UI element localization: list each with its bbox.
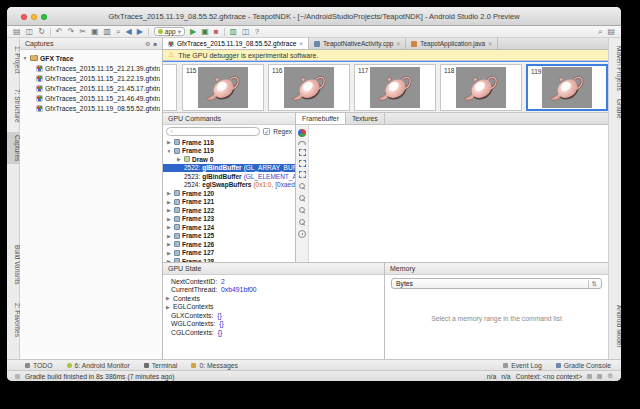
open-icon[interactable]: ▤ — [13, 28, 21, 36]
state-row[interactable]: CGLContexts: {} — [163, 328, 384, 337]
chevron-right-icon[interactable]: ▶ — [166, 199, 172, 205]
command-row-selected[interactable]: 2522: glBindBuffer(GL_ARRAY_BUFFER, 0) — [163, 164, 295, 173]
capture-item[interactable]: GfxTraces_2015.11.15_21.22.19.gfxtrace — [22, 73, 160, 83]
chevron-down-icon[interactable]: ▼ — [22, 55, 28, 61]
capture-item[interactable]: GfxTraces_2015.11.15_21.45.17.gfxtrace — [22, 83, 160, 93]
tab-teapotnativeactivity[interactable]: TeapotNativeActivity.cpp × — [309, 38, 406, 49]
sidebar-item-project[interactable]: 1: Project — [7, 43, 20, 76]
command-row[interactable]: 2523: glBindBuffer(GL_ELEMENT_ARRAY_BUF — [163, 172, 295, 181]
chevron-right-icon[interactable]: ▶ — [166, 190, 172, 196]
help-icon[interactable]: ? — [255, 28, 259, 36]
project-structure-icon[interactable]: ▤ — [607, 28, 615, 36]
state-row[interactable]: WGLContexts: {} — [163, 320, 384, 329]
chevron-right-icon[interactable]: ▶ — [166, 241, 172, 247]
capture-item[interactable]: GfxTraces_2015.11.15_21.46.49.gfxtrace — [22, 93, 160, 103]
close-icon[interactable]: × — [396, 40, 400, 47]
save-icon[interactable]: ◫ — [26, 28, 34, 36]
tab-teapotapplication[interactable]: TeapotApplication.java × — [406, 38, 498, 49]
frame-node[interactable]: ▶Frame 120 — [163, 189, 295, 198]
draw-call-node[interactable]: ▶ Draw 0 — [163, 155, 295, 164]
forward-icon[interactable]: ▶ — [137, 28, 143, 36]
command-row[interactable]: 2524: eglSwapBuffers(0x1:0, [0xaedfecc0:… — [163, 181, 295, 190]
chevron-right-icon[interactable]: ▶ — [166, 216, 172, 222]
command-search-input[interactable]: ⌕ — [166, 127, 260, 136]
highlight-level-icon[interactable] — [597, 374, 602, 379]
sidebar-item-android-model[interactable]: Android Model — [609, 302, 621, 350]
frame-thumbnail[interactable]: 118 — [440, 64, 522, 111]
debug-icon[interactable]: ▣ — [201, 28, 209, 36]
frame-node[interactable]: ▶Frame 127 — [163, 249, 295, 258]
sidebar-item-todo[interactable]: TODO — [25, 362, 53, 369]
redo-icon[interactable]: ↷ — [68, 28, 75, 36]
flip-vertically-icon[interactable] — [298, 141, 306, 145]
cut-icon[interactable]: ✂ — [79, 28, 86, 36]
chevron-down-icon[interactable]: ▼ — [166, 148, 172, 154]
frame-node[interactable]: ▶Frame 126 — [163, 240, 295, 249]
frame-thumbnail[interactable]: 117 — [354, 64, 436, 111]
sidebar-item-structure[interactable]: 7: Structure — [7, 86, 20, 126]
fit-to-window-icon[interactable] — [299, 149, 306, 156]
render-settings-icon[interactable] — [298, 230, 306, 238]
tab-textures[interactable]: Textures — [346, 113, 385, 124]
frame-node-expanded[interactable]: ▼ Frame 119 — [163, 147, 295, 156]
sidebar-item-maven-projects[interactable]: Maven Projects — [609, 43, 621, 94]
sidebar-item-gradle[interactable]: Gradle — [609, 96, 621, 122]
gear-icon[interactable]: ⚙ — [145, 40, 150, 47]
frame-node[interactable]: ▶Frame 124 — [163, 223, 295, 232]
zoom-fit-icon[interactable] — [298, 206, 306, 214]
tab-framebuffer[interactable]: Framebuffer — [296, 113, 346, 124]
chevron-right-icon[interactable]: ▶ — [166, 139, 172, 145]
captures-root-node[interactable]: ▼ GFX Trace — [22, 53, 160, 63]
command-tree[interactable]: ▶ Frame 118 ▼ Frame 119 ▶ Draw 0 2522: g… — [163, 138, 295, 262]
chevron-right-icon[interactable]: ▶ — [166, 224, 172, 230]
frame-thumbnail[interactable]: 115 — [182, 64, 264, 111]
state-row[interactable]: GLXContexts: {} — [163, 311, 384, 320]
capture-item[interactable]: GfxTraces_2015.11.15_21.21.39.gfxtrace — [22, 63, 160, 73]
sidebar-item-captures[interactable]: Captures — [7, 132, 20, 164]
sidebar-item-favorites[interactable]: 2: Favorites — [7, 300, 20, 340]
state-row-expandable[interactable]: ▶ Contexts — [163, 294, 384, 303]
chevron-right-icon[interactable]: ▶ — [165, 295, 171, 301]
chevron-right-icon[interactable]: ▶ — [166, 233, 172, 239]
chevron-right-icon[interactable]: ▶ — [166, 250, 172, 256]
sidebar-item-event-log[interactable]: Event Log — [503, 362, 542, 369]
frame-node[interactable]: ▶ Frame 118 — [163, 138, 295, 147]
sdk-manager-icon[interactable]: ◫ — [242, 28, 250, 36]
search-everywhere-icon[interactable]: ⌕ — [598, 28, 602, 36]
gear-icon[interactable]: ⚙ — [607, 372, 613, 380]
close-icon[interactable]: × — [299, 40, 303, 47]
state-row[interactable]: CurrentThread: 0xb491bf00 — [163, 286, 384, 295]
frame-thumbnail[interactable]: 116 — [268, 64, 350, 111]
capture-item[interactable]: GfxTraces_2015.11.19_08.55.52.gfxtrace — [22, 103, 160, 113]
tab-gfxtrace[interactable]: GfxTraces_2015.11.19_08.55.52.gfxtrace × — [163, 38, 309, 49]
state-row-expandable[interactable]: ▶ EGLContexts — [163, 303, 384, 312]
hide-panel-icon[interactable]: ■ — [153, 41, 157, 47]
zoom-in-icon[interactable] — [298, 194, 306, 202]
actual-size-icon[interactable] — [299, 160, 306, 167]
frame-filmstrip[interactable]: 115 116 117 118 119 — [163, 61, 608, 113]
sidebar-item-android-monitor[interactable]: 6: Android Monitor — [67, 362, 130, 369]
color-channels-icon[interactable] — [298, 129, 306, 137]
lock-icon[interactable] — [587, 374, 592, 379]
run-configuration-select[interactable]: app ▾ — [154, 27, 185, 36]
paste-icon[interactable]: ▥ — [104, 28, 112, 36]
stop-icon[interactable]: ■ — [214, 28, 219, 36]
state-row[interactable]: NextContextID: 2 — [163, 277, 384, 286]
toggle-toolwindows-icon[interactable] — [15, 374, 20, 379]
sidebar-item-gradle-console[interactable]: Gradle Console — [556, 362, 611, 369]
back-icon[interactable]: ◀ — [126, 28, 132, 36]
close-icon[interactable]: × — [488, 40, 492, 47]
undo-icon[interactable]: ↶ — [56, 28, 63, 36]
regex-checkbox[interactable]: ✓ — [263, 128, 270, 135]
frame-thumbnail-partial[interactable] — [163, 64, 177, 111]
avd-manager-icon[interactable]: ▥ — [230, 28, 238, 36]
frame-node[interactable]: ▶Frame 123 — [163, 215, 295, 224]
zoom-reset-icon[interactable] — [298, 218, 306, 226]
sidebar-item-build-variants[interactable]: Build Variants — [7, 242, 20, 288]
frame-node[interactable]: ▶Frame 125 — [163, 232, 295, 241]
zoom-to-region-icon[interactable] — [299, 171, 306, 178]
close-window-button[interactable] — [21, 14, 27, 20]
run-icon[interactable]: ▶ — [190, 28, 196, 36]
chevron-right-icon[interactable]: ▶ — [176, 156, 182, 162]
sidebar-item-terminal[interactable]: Terminal — [144, 362, 178, 369]
